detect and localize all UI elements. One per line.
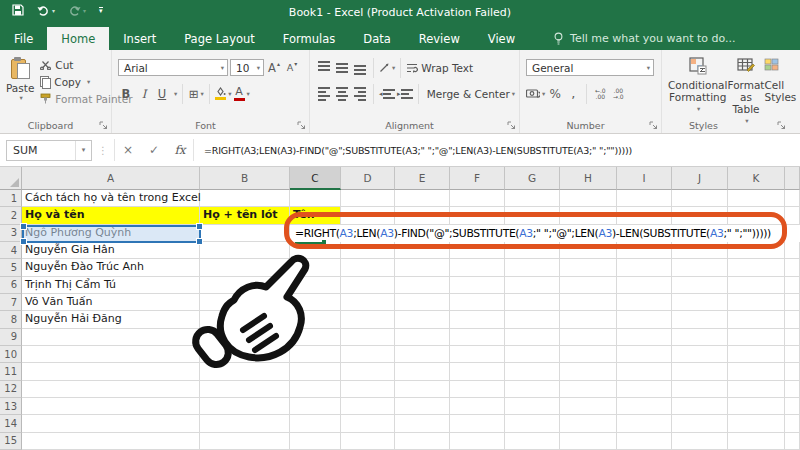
cell-E8[interactable] bbox=[395, 311, 450, 328]
cell-G5[interactable] bbox=[505, 259, 560, 276]
cell-C13[interactable] bbox=[290, 398, 341, 415]
cell-J10[interactable] bbox=[672, 346, 728, 363]
cell-D11[interactable] bbox=[341, 363, 395, 380]
cell-K13[interactable] bbox=[728, 398, 785, 415]
column-header-J[interactable]: J bbox=[672, 167, 728, 190]
formula-input[interactable]: =RIGHT(A3;LEN(A3)-FIND("@";SUBSTITUTE(A3… bbox=[194, 145, 800, 156]
cell-partial-6[interactable] bbox=[785, 277, 800, 294]
cell-F13[interactable] bbox=[450, 398, 505, 415]
orientation-button[interactable]: ▾ bbox=[379, 58, 395, 78]
cell-partial-5[interactable] bbox=[785, 259, 800, 276]
paste-button[interactable]: Paste ▾ bbox=[6, 55, 34, 107]
cell-D14[interactable] bbox=[341, 415, 395, 432]
cell-I12[interactable] bbox=[617, 381, 672, 398]
cell-I11[interactable] bbox=[617, 363, 672, 380]
decrease-decimal-button[interactable]: .00→.0 bbox=[610, 84, 626, 104]
cell-partial-1[interactable] bbox=[785, 190, 800, 207]
cell-partial-8[interactable] bbox=[785, 311, 800, 328]
cell-E10[interactable] bbox=[395, 346, 450, 363]
row-header-6[interactable]: 6 bbox=[0, 277, 22, 294]
align-middle-button[interactable] bbox=[334, 58, 350, 78]
comma-style-button[interactable]: , bbox=[565, 84, 581, 104]
tab-home[interactable]: Home bbox=[47, 27, 109, 50]
cell-partial-11[interactable] bbox=[785, 363, 800, 380]
cell-J11[interactable] bbox=[672, 363, 728, 380]
cell-D5[interactable] bbox=[341, 259, 395, 276]
cell-G10[interactable] bbox=[505, 346, 560, 363]
cell-G13[interactable] bbox=[505, 398, 560, 415]
cell-H12[interactable] bbox=[560, 381, 617, 398]
cell-A9[interactable] bbox=[22, 329, 200, 346]
cell-styles-button[interactable]: Cell Styles bbox=[764, 55, 796, 127]
tab-page-layout[interactable]: Page Layout bbox=[170, 27, 269, 50]
cell-H1[interactable] bbox=[560, 190, 617, 207]
number-dialog-launcher[interactable] bbox=[649, 121, 658, 130]
decrease-indent-button[interactable]: ◂ bbox=[379, 84, 395, 104]
cell-H10[interactable] bbox=[560, 346, 617, 363]
merge-center-button[interactable]: Merge & Center ▾ bbox=[424, 84, 515, 104]
font-color-button[interactable]: A ▾ bbox=[234, 84, 250, 104]
cell-K10[interactable] bbox=[728, 346, 785, 363]
cell-F8[interactable] bbox=[450, 311, 505, 328]
increase-indent-button[interactable]: ▸ bbox=[397, 84, 413, 104]
cell-partial-15[interactable] bbox=[785, 433, 800, 450]
column-header-E[interactable]: E bbox=[395, 167, 450, 190]
cell-D10[interactable] bbox=[341, 346, 395, 363]
cell-J15[interactable] bbox=[672, 433, 728, 450]
tab-data[interactable]: Data bbox=[349, 27, 404, 50]
number-format-select[interactable]: General ▾ bbox=[526, 59, 654, 76]
cell-H7[interactable] bbox=[560, 294, 617, 311]
cell-partial-10[interactable] bbox=[785, 346, 800, 363]
row-header-3[interactable]: 3 bbox=[0, 225, 22, 242]
cell-B13[interactable] bbox=[200, 398, 290, 415]
cell-H13[interactable] bbox=[560, 398, 617, 415]
tab-insert[interactable]: Insert bbox=[109, 27, 170, 50]
cell-K9[interactable] bbox=[728, 329, 785, 346]
cell-G14[interactable] bbox=[505, 415, 560, 432]
cell-I14[interactable] bbox=[617, 415, 672, 432]
tab-file[interactable]: File bbox=[0, 27, 47, 50]
cell-H6[interactable] bbox=[560, 277, 617, 294]
cell-A15[interactable] bbox=[22, 433, 200, 450]
row-header-1[interactable]: 1 bbox=[0, 190, 22, 207]
cell-H14[interactable] bbox=[560, 415, 617, 432]
paste-dropdown-icon[interactable]: ▾ bbox=[20, 94, 23, 102]
row-header-13[interactable]: 13 bbox=[0, 398, 22, 415]
column-header-B[interactable]: B bbox=[200, 167, 290, 190]
row-header-15[interactable]: 15 bbox=[0, 433, 22, 450]
cell-G1[interactable] bbox=[505, 190, 560, 207]
cell-F6[interactable] bbox=[450, 277, 505, 294]
grow-font-button[interactable]: A▴ bbox=[266, 58, 282, 78]
cell-E5[interactable] bbox=[395, 259, 450, 276]
column-header-F[interactable]: F bbox=[450, 167, 505, 190]
cell-B1[interactable] bbox=[200, 190, 290, 207]
cell-F7[interactable] bbox=[450, 294, 505, 311]
cell-partial-7[interactable] bbox=[785, 294, 800, 311]
cell-A14[interactable] bbox=[22, 415, 200, 432]
cell-I9[interactable] bbox=[617, 329, 672, 346]
cell-F9[interactable] bbox=[450, 329, 505, 346]
cell-A10[interactable] bbox=[22, 346, 200, 363]
cell-K11[interactable] bbox=[728, 363, 785, 380]
cell-A5[interactable]: Nguyễn Đào Trúc Anh bbox=[22, 259, 200, 276]
cell-G11[interactable] bbox=[505, 363, 560, 380]
cell-F12[interactable] bbox=[450, 381, 505, 398]
cell-J5[interactable] bbox=[672, 259, 728, 276]
cell-F14[interactable] bbox=[450, 415, 505, 432]
column-header-K[interactable]: K bbox=[728, 167, 785, 190]
cell-G9[interactable] bbox=[505, 329, 560, 346]
increase-decimal-button[interactable]: ←.0.00 bbox=[592, 84, 608, 104]
copy-dropdown-icon[interactable]: ▾ bbox=[87, 78, 90, 86]
borders-button[interactable]: ⊞ ▾ bbox=[188, 84, 204, 104]
align-bottom-button[interactable] bbox=[352, 58, 368, 78]
cell-G6[interactable] bbox=[505, 277, 560, 294]
cell-J7[interactable] bbox=[672, 294, 728, 311]
row-header-10[interactable]: 10 bbox=[0, 346, 22, 363]
cell-partial-12[interactable] bbox=[785, 381, 800, 398]
align-top-button[interactable] bbox=[316, 58, 332, 78]
cell-A12[interactable] bbox=[22, 381, 200, 398]
cell-E15[interactable] bbox=[395, 433, 450, 450]
underline-dropdown-icon[interactable]: ▾ bbox=[174, 90, 177, 98]
cell-F15[interactable] bbox=[450, 433, 505, 450]
font-dialog-launcher[interactable] bbox=[297, 121, 306, 130]
